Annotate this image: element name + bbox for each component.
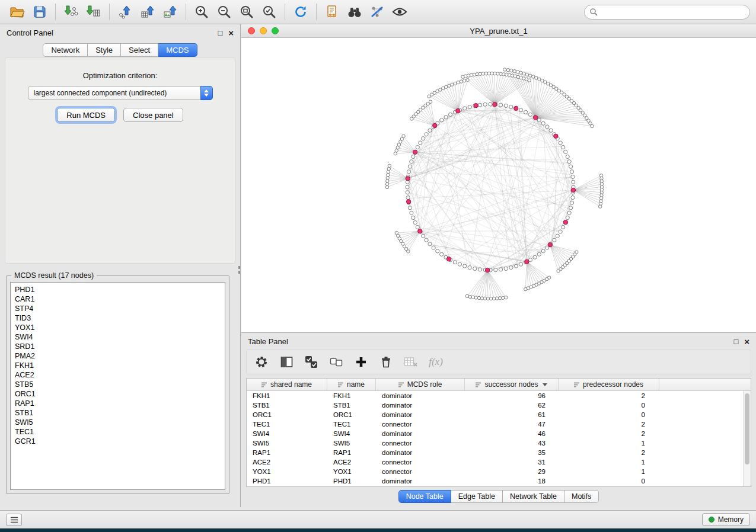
- mcds-result-item[interactable]: STB1: [15, 408, 225, 418]
- table-tab-edge-table[interactable]: Edge Table: [451, 490, 503, 503]
- table-tab-motifs[interactable]: Motifs: [564, 490, 599, 503]
- table-settings-button[interactable]: [254, 354, 269, 370]
- status-menu-button[interactable]: [6, 514, 22, 526]
- mcds-result-item[interactable]: RAP1: [15, 399, 225, 408]
- right-region: YPA_prune.txt_1 Table Panel □ ×: [241, 24, 756, 507]
- mcds-result-item[interactable]: SWI4: [15, 332, 225, 342]
- table-panel-header: Table Panel □ ×: [241, 333, 756, 350]
- show-hide-panel-button[interactable]: [388, 2, 411, 22]
- table-row[interactable]: TEC1TEC1connector472: [247, 419, 751, 429]
- mcds-result-item[interactable]: TEC1: [15, 427, 225, 437]
- table-row[interactable]: PHD1PHD1dominator180: [247, 476, 751, 486]
- open-button[interactable]: [6, 2, 28, 22]
- mcds-result-item[interactable]: ORC1: [15, 389, 225, 399]
- memory-status-icon: [709, 517, 714, 523]
- minimize-window-icon[interactable]: [260, 27, 267, 34]
- mcds-result-item[interactable]: ACE2: [15, 370, 225, 380]
- table-scrollbar[interactable]: [743, 391, 751, 486]
- splitter-grip[interactable]: [237, 263, 241, 276]
- zoom-out-button[interactable]: [213, 2, 235, 22]
- scrollbar-thumb[interactable]: [745, 393, 749, 464]
- zoom-fit-button[interactable]: [235, 2, 258, 22]
- float-panel-icon[interactable]: □: [218, 29, 222, 37]
- mcds-result-item[interactable]: PHD1: [15, 285, 225, 294]
- column-header-name[interactable]: name: [327, 379, 376, 390]
- import-network-button[interactable]: [60, 2, 82, 22]
- table-row[interactable]: SWI4SWI4dominator462: [247, 429, 751, 438]
- maximize-window-icon[interactable]: [272, 27, 279, 34]
- main-toolbar: [0, 0, 756, 24]
- mcds-result-item[interactable]: CAR1: [15, 294, 225, 304]
- tab-select[interactable]: Select: [121, 43, 158, 57]
- deselect-all-rows-button[interactable]: [328, 354, 344, 370]
- search-input[interactable]: [584, 5, 750, 20]
- trash-icon: [379, 355, 393, 368]
- column-header-successor-nodes[interactable]: successor nodes: [465, 379, 559, 390]
- table-row[interactable]: ORC1ORC1dominator610: [247, 410, 751, 419]
- table-tab-node-table[interactable]: Node Table: [398, 490, 451, 503]
- save-button[interactable]: [28, 2, 51, 22]
- column-header-shared-name[interactable]: shared name: [247, 379, 327, 390]
- mcds-result-list[interactable]: PHD1CAR1STP4TID3YOX1SWI4SRD1PMA2FKH1ACE2…: [10, 282, 225, 490]
- optimization-criterion-label: Optimization criterion:: [5, 71, 235, 80]
- tab-network[interactable]: Network: [43, 43, 88, 57]
- export-image-button[interactable]: [159, 2, 181, 22]
- add-row-button[interactable]: [353, 354, 369, 370]
- mcds-result-item[interactable]: FKH1: [15, 361, 225, 370]
- float-table-panel-icon[interactable]: □: [733, 338, 738, 345]
- zoom-in-button[interactable]: [190, 2, 213, 22]
- close-panel-button[interactable]: Close panel: [123, 108, 183, 122]
- mcds-result-item[interactable]: SWI5: [15, 418, 225, 427]
- export-network-button[interactable]: [114, 2, 136, 22]
- mcds-result-item[interactable]: SRD1: [15, 342, 225, 351]
- mcds-result-item[interactable]: STP4: [15, 304, 225, 313]
- close-panel-icon[interactable]: ×: [228, 28, 234, 37]
- run-mcds-button[interactable]: Run MCDS: [57, 108, 115, 122]
- tab-style[interactable]: Style: [88, 43, 121, 57]
- mcds-result-item[interactable]: TID3: [15, 313, 225, 323]
- memory-button[interactable]: Memory: [702, 513, 750, 526]
- mcds-result-item[interactable]: STB5: [15, 380, 225, 389]
- duplicate-network-button[interactable]: [321, 2, 343, 22]
- clear-table-button[interactable]: [403, 354, 419, 370]
- delete-rows-button[interactable]: [378, 354, 394, 370]
- zoom-selected-button[interactable]: [258, 2, 280, 22]
- table-toolbar: f(x): [246, 350, 751, 374]
- graphics-details-icon: [370, 5, 384, 19]
- columns-icon: [280, 356, 293, 368]
- export-table-button[interactable]: [136, 2, 159, 22]
- close-window-icon[interactable]: [248, 27, 255, 34]
- table-row[interactable]: RAP1RAP1dominator352: [247, 448, 751, 457]
- table-row[interactable]: ACE2ACE2connector311: [247, 457, 751, 467]
- import-table-button[interactable]: [82, 2, 105, 22]
- refresh-button[interactable]: [289, 2, 312, 22]
- export-image-icon: [163, 5, 177, 19]
- table-body: FKH1FKH1dominator962STB1STB1dominator620…: [247, 391, 751, 486]
- table-row[interactable]: FKH1FKH1dominator962: [247, 391, 751, 400]
- table-tab-network-table[interactable]: Network Table: [503, 490, 564, 503]
- criterion-dropdown[interactable]: largest connected component (undirected): [28, 86, 213, 100]
- select-all-rows-button[interactable]: [304, 354, 319, 370]
- mcds-result-item[interactable]: YOX1: [15, 323, 225, 332]
- column-header-mcds-role[interactable]: MCDS role: [376, 379, 465, 390]
- network-title: YPA_prune.txt_1: [241, 27, 756, 36]
- apply-function-button[interactable]: f(x): [428, 354, 444, 370]
- mcds-result-item[interactable]: GCR1: [15, 437, 225, 446]
- split-columns-button[interactable]: [279, 354, 294, 370]
- table-row[interactable]: STB1STB1dominator620: [247, 400, 751, 410]
- column-header-predecessor-nodes[interactable]: predecessor nodes: [559, 379, 659, 390]
- search-network-button[interactable]: [343, 2, 366, 22]
- tab-mcds[interactable]: MCDS: [158, 43, 197, 57]
- mcds-result-item[interactable]: PMA2: [15, 351, 225, 361]
- toggle-graphics-details-button[interactable]: [366, 2, 388, 22]
- application-window: Control Panel □ × NetworkStyleSelectMCDS…: [0, 0, 756, 528]
- network-titlebar: YPA_prune.txt_1: [241, 24, 756, 38]
- network-canvas[interactable]: [241, 38, 756, 332]
- sort-arrow-icon: [543, 383, 547, 386]
- table-row[interactable]: SWI5SWI5connector431: [247, 438, 751, 448]
- table-row[interactable]: YOX1YOX1connector291: [247, 467, 751, 476]
- close-table-panel-icon[interactable]: ×: [744, 337, 749, 346]
- mcds-tab-content: Optimization criterion: largest connecte…: [5, 57, 235, 264]
- table-tabs: Node TableEdge TableNetwork TableMotifs: [241, 490, 756, 503]
- control-tabs: NetworkStyleSelectMCDS: [0, 43, 240, 57]
